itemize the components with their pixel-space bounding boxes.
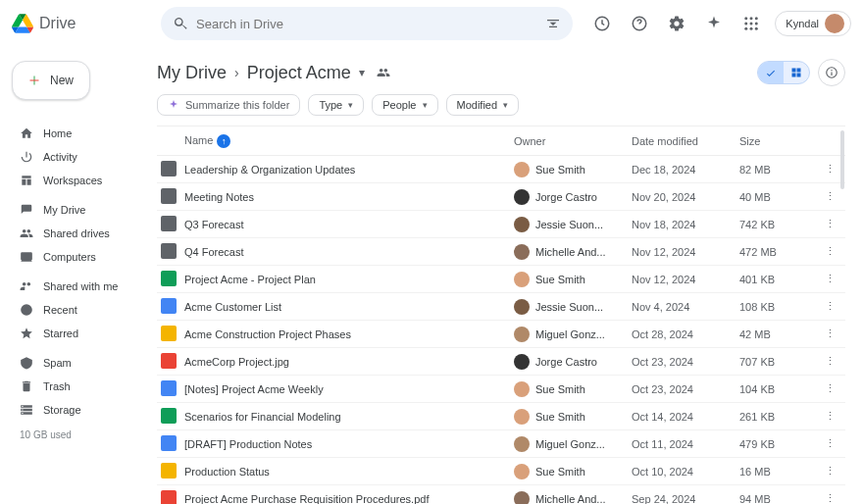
plus-icon xyxy=(28,73,40,88)
col-owner[interactable]: Owner xyxy=(514,135,632,147)
people-chip[interactable]: People▾ xyxy=(372,94,437,116)
shareddrives-icon xyxy=(20,227,33,240)
table-row[interactable]: AcmeCorp Project.jpgJorge CastroOct 23, … xyxy=(157,348,845,376)
chevron-down-icon[interactable]: ▾ xyxy=(359,66,365,79)
sidebar-item-shared[interactable]: Shared with me xyxy=(8,275,139,298)
avatar xyxy=(514,464,530,479)
more-icon[interactable]: ⋮ xyxy=(818,410,841,423)
more-icon[interactable]: ⋮ xyxy=(818,355,841,368)
more-icon[interactable]: ⋮ xyxy=(818,245,841,258)
sidebar-item-home[interactable]: Home xyxy=(8,122,139,145)
table-row[interactable]: Acme Construction Project PhasesMiguel G… xyxy=(157,321,845,348)
file-name: [Notes] Project Acme Weekly xyxy=(184,383,514,395)
view-toggle[interactable] xyxy=(757,61,810,84)
more-icon[interactable]: ⋮ xyxy=(818,163,841,176)
breadcrumb-folder[interactable]: Project Acme xyxy=(247,63,351,83)
size-cell: 108 KB xyxy=(739,301,818,313)
more-icon[interactable]: ⋮ xyxy=(818,190,841,203)
more-icon[interactable]: ⋮ xyxy=(818,492,841,504)
svg-point-2 xyxy=(745,17,748,20)
scrollbar[interactable] xyxy=(839,126,845,504)
chevron-down-icon: ▾ xyxy=(503,100,508,110)
gemini-icon[interactable] xyxy=(700,10,728,37)
grid-view-icon[interactable] xyxy=(784,62,809,83)
details-icon[interactable] xyxy=(818,59,845,86)
table-row[interactable]: Meeting NotesJorge CastroNov 20, 202440 … xyxy=(157,183,845,211)
owner-cell: Michelle And... xyxy=(514,491,632,505)
avatar xyxy=(825,14,844,33)
owner-cell: Miguel Gonz... xyxy=(514,327,632,342)
table-row[interactable]: [DRAFT] Production NotesMiguel Gonz...Oc… xyxy=(157,430,845,458)
more-icon[interactable]: ⋮ xyxy=(818,465,841,478)
folder-icon xyxy=(161,188,177,204)
search-bar[interactable] xyxy=(161,7,573,40)
svg-point-5 xyxy=(745,23,748,25)
sidebar-item-storage[interactable]: Storage xyxy=(8,398,139,422)
table-row[interactable]: Project Acme Purchase Requisition Proced… xyxy=(157,485,845,504)
recent-icon xyxy=(20,303,33,317)
table-row[interactable]: Acme Customer ListJessie Suon...Nov 4, 2… xyxy=(157,293,845,321)
list-view-icon[interactable] xyxy=(758,62,784,83)
sidebar-item-computers[interactable]: Computers xyxy=(8,245,139,269)
col-name[interactable]: Name↑ xyxy=(184,134,514,148)
type-chip[interactable]: Type▾ xyxy=(308,94,364,116)
more-icon[interactable]: ⋮ xyxy=(818,437,841,450)
file-name: Q4 Forecast xyxy=(184,246,514,258)
table-row[interactable]: Q3 ForecastJessie Suon...Nov 18, 2024742… xyxy=(157,211,845,238)
table-row[interactable]: Leadership & Organization UpdatesSue Smi… xyxy=(157,156,845,183)
mydrive-icon xyxy=(20,203,33,217)
sheet-icon xyxy=(161,408,177,424)
account-switcher[interactable]: Kyndal xyxy=(775,11,851,36)
modified-chip[interactable]: Modified▾ xyxy=(446,94,520,116)
table-row[interactable]: Production StatusSue SmithOct 10, 202416… xyxy=(157,458,845,485)
search-input[interactable] xyxy=(196,17,537,31)
sidebar-item-mydrive[interactable]: My Drive xyxy=(8,198,139,222)
svg-point-8 xyxy=(745,27,748,30)
sidebar-item-shareddrives[interactable]: Shared drives xyxy=(8,222,139,245)
sidebar-item-recent[interactable]: Recent xyxy=(8,298,139,322)
avatar xyxy=(514,299,530,315)
table-row[interactable]: Scenarios for Financial ModelingSue Smit… xyxy=(157,403,845,430)
doc-icon xyxy=(161,380,177,396)
more-icon[interactable]: ⋮ xyxy=(818,273,841,285)
status-icon[interactable] xyxy=(588,10,616,37)
shared-icon xyxy=(20,279,33,293)
table-row[interactable]: [Notes] Project Acme WeeklySue SmithOct … xyxy=(157,376,845,403)
summarize-chip[interactable]: Summarize this folder xyxy=(157,94,300,116)
folder-icon xyxy=(161,161,177,176)
more-icon[interactable]: ⋮ xyxy=(818,328,841,340)
sidebar-item-trash[interactable]: Trash xyxy=(8,375,139,398)
svg-point-10 xyxy=(755,27,758,30)
avatar xyxy=(514,189,530,205)
shared-folder-icon[interactable] xyxy=(373,62,394,83)
size-cell: 472 MB xyxy=(739,246,818,258)
sidebar-item-workspaces[interactable]: Workspaces xyxy=(8,169,139,192)
search-options-icon[interactable] xyxy=(545,16,561,31)
trash-icon xyxy=(20,379,33,393)
sidebar-item-label: Home xyxy=(43,127,72,139)
spam-icon xyxy=(20,356,33,370)
size-cell: 104 KB xyxy=(739,383,818,395)
sidebar-item-activity[interactable]: Activity xyxy=(8,145,139,169)
table-row[interactable]: Project Acme - Project PlanSue SmithNov … xyxy=(157,266,845,293)
slide-icon xyxy=(161,463,177,479)
support-icon[interactable] xyxy=(626,10,653,37)
more-icon[interactable]: ⋮ xyxy=(818,382,841,395)
settings-icon[interactable] xyxy=(663,10,690,37)
more-icon[interactable]: ⋮ xyxy=(818,300,841,313)
breadcrumb-root[interactable]: My Drive xyxy=(157,63,227,83)
table-row[interactable]: Q4 ForecastMichelle And...Nov 12, 202447… xyxy=(157,238,845,266)
date-cell: Nov 20, 2024 xyxy=(632,191,739,203)
svg-point-6 xyxy=(750,23,753,25)
apps-icon[interactable] xyxy=(737,10,765,37)
col-modified[interactable]: Date modified xyxy=(632,135,739,147)
brand[interactable]: Drive xyxy=(12,13,149,34)
starred-icon xyxy=(20,327,33,340)
sidebar-item-starred[interactable]: Starred xyxy=(8,322,139,345)
new-button[interactable]: New xyxy=(12,61,90,100)
sidebar-item-spam[interactable]: Spam xyxy=(8,351,139,375)
sidebar-item-label: Starred xyxy=(43,328,78,339)
col-size[interactable]: Size xyxy=(739,135,818,147)
svg-point-7 xyxy=(755,23,758,25)
more-icon[interactable]: ⋮ xyxy=(818,218,841,230)
